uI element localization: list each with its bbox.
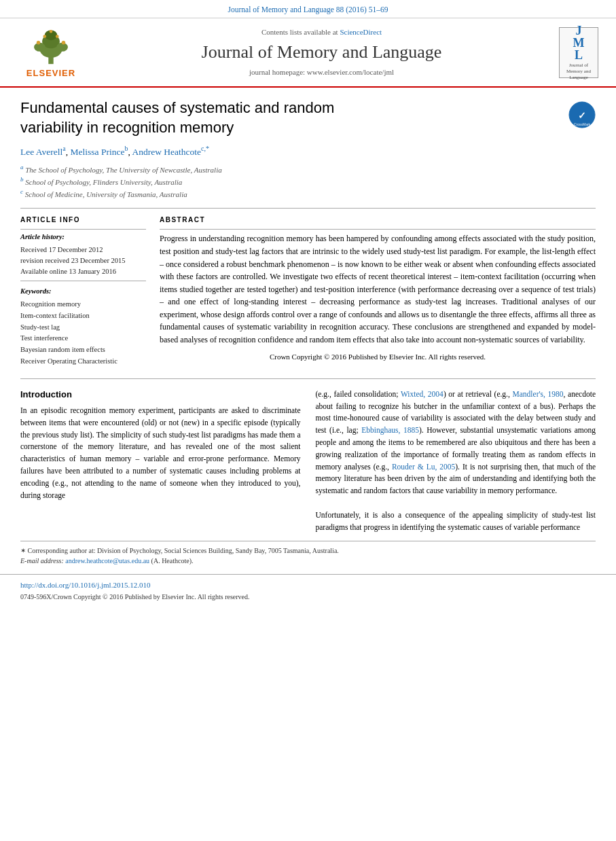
elsevier-tree-icon: [24, 25, 78, 66]
link-ebbinghaus[interactable]: Ebbinghaus, 1885: [361, 426, 419, 434]
intro-left-text: In an episodic recognition memory experi…: [20, 405, 301, 502]
svg-point-10: [50, 30, 53, 33]
journal-logo-caption: Journal ofMemory andLanguage: [566, 62, 591, 81]
crossmark-container[interactable]: ✓ CrossMark: [568, 101, 596, 132]
footnote-area: ✶ Corresponding author at: Division of P…: [20, 541, 596, 566]
article-info-col: ARTICLE INFO Article history: Received 1…: [20, 215, 146, 367]
body-left-col: Introduction In an episodic recognition …: [20, 389, 301, 534]
intro-right-text-2: Unfortunately, it is also a consequence …: [316, 509, 596, 534]
affiliation-c: c School of Medicine, University of Tasm…: [20, 187, 596, 200]
article-info-label: ARTICLE INFO: [20, 215, 146, 225]
bottom-copyright: 0749-596X/Crown Copyright © 2016 Publish…: [20, 592, 596, 602]
keyword-4: Test interference: [20, 333, 146, 344]
divider-3: [20, 281, 146, 281]
journal-header: ELSEVIER Contents lists available at Sci…: [0, 18, 616, 88]
abstract-text: Progress in understanding recognition me…: [160, 232, 596, 346]
link-wixted[interactable]: Wixted, 2004: [401, 390, 443, 398]
doi-link[interactable]: http://dx.doi.org/10.1016/j.jml.2015.12.…: [20, 581, 150, 589]
body-section: Introduction In an episodic recognition …: [0, 389, 616, 534]
svg-point-8: [43, 35, 46, 38]
article-content: ✓ CrossMark Fundamental causes of system…: [0, 88, 616, 378]
affiliation-b: b School of Psychology, Flinders Univers…: [20, 175, 596, 187]
crossmark-icon: ✓ CrossMark: [568, 101, 596, 128]
author-heathcote: Andrew Heathcote: [132, 147, 201, 157]
footnote-email: E-mail address: andrew.heathcote@utas.ed…: [20, 556, 596, 566]
author-averell: Lee Averell: [20, 147, 62, 157]
journal-homepage: journal homepage: www.elsevier.com/locat…: [88, 67, 555, 77]
intro-right-text: (e.g., failed consolidation; Wixted, 200…: [316, 389, 596, 497]
journal-logo-right: JML Journal ofMemory andLanguage: [555, 27, 602, 78]
elsevier-brand-text: ELSEVIER: [26, 67, 75, 79]
history-item-2: revision received 23 December 2015: [20, 255, 146, 266]
svg-point-7: [62, 41, 66, 45]
author-prince: Melissa Prince: [71, 147, 125, 157]
sciencedirect-label: Contents lists available at: [261, 28, 338, 36]
svg-point-6: [37, 41, 41, 45]
introduction-title: Introduction: [20, 389, 301, 401]
body-right-col: (e.g., failed consolidation; Wixted, 200…: [316, 389, 596, 534]
authors-line: Lee Averella, Melissa Princeb, Andrew He…: [20, 144, 596, 158]
bottom-bar: http://dx.doi.org/10.1016/j.jml.2015.12.…: [0, 574, 616, 606]
svg-text:CrossMark: CrossMark: [574, 122, 591, 126]
keywords-label: Keywords:: [20, 287, 146, 297]
history-label: Article history:: [20, 232, 146, 243]
link-mandler[interactable]: Mandler's, 1980: [513, 390, 564, 398]
copyright-line: Crown Copyright © 2016 Published by Else…: [160, 352, 596, 362]
link-rouder[interactable]: Rouder & Lu, 2005: [392, 463, 455, 471]
divider-4: [160, 229, 596, 230]
abstract-label: ABSTRACT: [160, 215, 596, 225]
top-reference-line: Journal of Memory and Language 88 (2016)…: [0, 0, 616, 18]
keyword-3: Study-test lag: [20, 322, 146, 334]
jml-letters: JML: [573, 24, 585, 61]
history-item-1: Received 17 December 2012: [20, 245, 146, 255]
body-two-col: Introduction In an episodic recognition …: [20, 389, 596, 534]
sciencedirect-line: Contents lists available at ScienceDirec…: [88, 27, 555, 37]
journal-reference-text: Journal of Memory and Language 88 (2016)…: [228, 5, 388, 14]
article-title: Fundamental causes of systematic and ran…: [20, 99, 401, 137]
article-info-abstract-cols: ARTICLE INFO Article history: Received 1…: [20, 215, 596, 367]
keyword-5: Bayesian random item effects: [20, 344, 146, 356]
svg-point-9: [56, 35, 59, 38]
email-link[interactable]: andrew.heathcote@utas.edu.au: [65, 557, 149, 565]
page-wrapper: Journal of Memory and Language 88 (2016)…: [0, 0, 616, 606]
keyword-1: Recognition memory: [20, 299, 146, 310]
sciencedirect-link[interactable]: ScienceDirect: [340, 28, 382, 36]
keyword-2: Item-context facilitation: [20, 310, 146, 322]
svg-text:✓: ✓: [578, 110, 586, 121]
affiliations: a The School of Psychology, The Universi…: [20, 163, 596, 200]
footnote-star: ✶ Corresponding author at: Division of P…: [20, 545, 596, 556]
elsevier-logo: ELSEVIER: [14, 25, 88, 79]
journal-center: Contents lists available at ScienceDirec…: [88, 27, 555, 78]
divider-1: [20, 208, 596, 209]
divider-body: [20, 378, 596, 379]
journal-logo-box: JML Journal ofMemory andLanguage: [559, 27, 598, 78]
history-item-3: Available online 13 January 2016: [20, 266, 146, 277]
abstract-col: ABSTRACT Progress in understanding recog…: [160, 215, 596, 367]
divider-2: [20, 229, 146, 230]
affiliation-a: a The School of Psychology, The Universi…: [20, 163, 596, 175]
keyword-6: Receiver Operating Characteristic: [20, 356, 146, 368]
journal-title-header: Journal of Memory and Language: [88, 40, 555, 65]
